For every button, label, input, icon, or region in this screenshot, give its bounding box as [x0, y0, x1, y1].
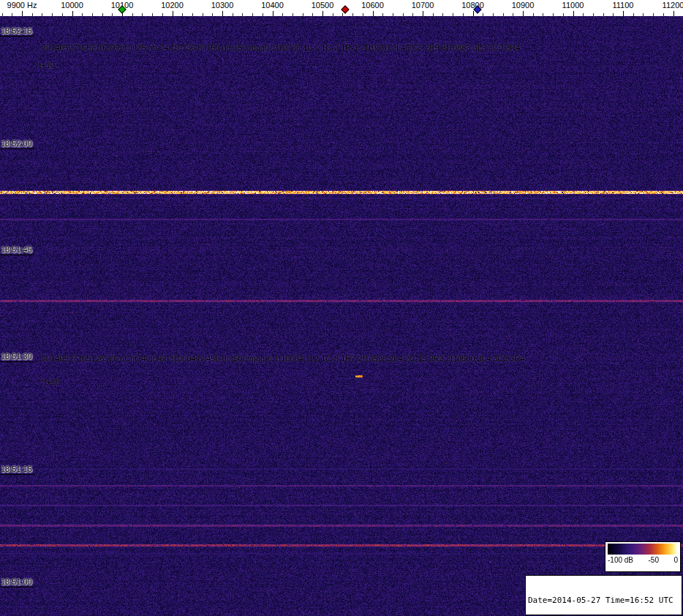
ruler-tick [453, 13, 453, 16]
frequency-ruler: 9900 Hz100001010010200103001040010500106… [0, 0, 683, 16]
ruler-tick [222, 11, 223, 16]
ruler-tick [633, 13, 634, 16]
ruler-tick [233, 13, 233, 16]
ruler-tick [573, 11, 574, 16]
colorbar-max-label: 0 [673, 556, 678, 564]
ruler-tick [352, 13, 353, 16]
ruler-tick [273, 11, 273, 16]
ruler-tick [513, 13, 513, 16]
ruler-tick [403, 13, 404, 16]
freq-tick-label: 10500 [312, 1, 334, 10]
ruler-tick [433, 13, 434, 16]
ruler-tick [333, 13, 333, 16]
ruler-tick [442, 13, 443, 16]
ruler-tick [593, 13, 594, 16]
ruler-tick [242, 13, 243, 16]
station-info-box: Date=2014-05-27 Time=16:52 UTC Freq=143 … [525, 575, 682, 615]
colorbar-min-label: -100 dB [608, 556, 633, 564]
ruler-tick [382, 13, 383, 16]
ruler-tick [412, 13, 413, 16]
ruler-tick [52, 13, 53, 16]
ruler-tick [92, 13, 93, 16]
ruler-tick [653, 13, 654, 16]
freq-tick-label: 10400 [261, 1, 284, 10]
ruler-tick [473, 11, 474, 16]
ruler-tick [342, 13, 343, 16]
ruler-tick [663, 13, 664, 16]
ruler-tick [152, 13, 153, 16]
ruler-tick [423, 11, 423, 16]
ruler-tick [603, 13, 604, 16]
ruler-tick [463, 13, 464, 16]
freq-tick-label: 11000 [562, 1, 584, 10]
ruler-tick [393, 13, 393, 16]
ruler-tick [82, 13, 83, 16]
ruler-tick [22, 11, 23, 16]
ruler-tick [282, 13, 283, 16]
freq-tick-label: 11200 [663, 1, 683, 10]
ruler-tick [563, 13, 564, 16]
ruler-tick [613, 13, 614, 16]
info-date-time: Date=2014-05-27 Time=16:52 UTC [528, 596, 679, 605]
ruler-tick [173, 11, 173, 16]
ruler-tick [252, 13, 253, 16]
ruler-tick [182, 13, 183, 16]
freq-tick-label: 10200 [161, 1, 184, 10]
ruler-tick [483, 13, 483, 16]
ruler-tick [312, 13, 313, 16]
colorbar-mid-label: -50 [649, 556, 659, 564]
ruler-tick [192, 13, 193, 16]
spectrogram-window: 9900 Hz100001010010200103001040010500106… [0, 0, 683, 616]
ruler-tick [303, 13, 303, 16]
freq-tick-label: 10600 [361, 1, 384, 10]
freq-tick-label: 11100 [613, 1, 634, 10]
ruler-tick [583, 13, 584, 16]
ruler-tick [643, 13, 644, 16]
colorbar-labels: -100 dB -50 0 [608, 556, 678, 564]
freq-tick-label: 10900 [512, 1, 535, 10]
ruler-tick [62, 13, 63, 16]
ruler-tick [132, 13, 133, 16]
ruler-tick [162, 13, 163, 16]
ruler-tick [2, 13, 3, 16]
freq-tick-label: 10000 [61, 1, 83, 10]
ruler-tick [623, 11, 624, 16]
ruler-tick [553, 13, 554, 16]
freq-tick-label: 9900 Hz [7, 1, 37, 10]
freq-tick-label: 10300 [211, 1, 234, 10]
ruler-tick [543, 13, 543, 16]
ruler-tick [363, 13, 363, 16]
colorbar: -100 dB -50 0 [605, 541, 681, 572]
ruler-tick [72, 11, 73, 16]
ruler-tick [523, 11, 524, 16]
ruler-tick [102, 13, 103, 16]
ruler-tick [42, 13, 42, 16]
freq-tick-label: 10700 [412, 1, 434, 10]
ruler-tick [212, 13, 213, 16]
ruler-tick [293, 13, 293, 16]
ruler-tick [32, 13, 33, 16]
ruler-tick [673, 11, 674, 16]
ruler-tick [142, 13, 143, 16]
colorbar-gradient [608, 544, 678, 555]
red-diamond-marker[interactable] [341, 5, 349, 13]
ruler-tick [503, 13, 504, 16]
ruler-tick [12, 13, 12, 16]
ruler-tick [533, 13, 534, 16]
spectrogram-canvas [0, 16, 683, 616]
ruler-tick [322, 11, 323, 16]
ruler-tick [373, 11, 374, 16]
ruler-tick [203, 13, 203, 16]
ruler-tick [493, 13, 494, 16]
ruler-tick [112, 13, 113, 16]
ruler-tick [263, 13, 263, 16]
